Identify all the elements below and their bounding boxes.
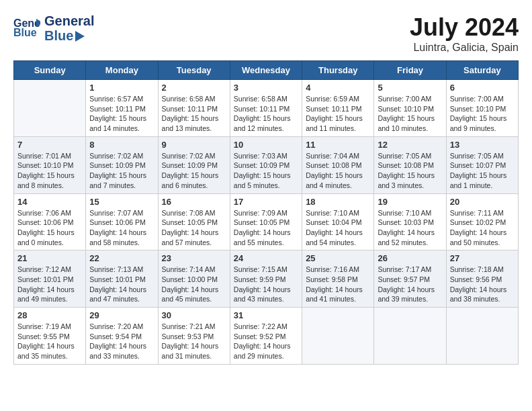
day-number: 30	[162, 310, 226, 320]
calendar-cell: 16Sunrise: 7:08 AMSunset: 10:05 PMDaylig…	[158, 193, 230, 250]
weekday-header-row: SundayMondayTuesdayWednesdayThursdayFrid…	[14, 61, 519, 80]
day-info: Sunrise: 7:05 AMSunset: 10:07 PMDaylight…	[450, 151, 515, 191]
day-number: 6	[450, 83, 515, 93]
day-info: Sunrise: 7:05 AMSunset: 10:08 PMDaylight…	[378, 151, 442, 191]
day-info: Sunrise: 7:17 AMSunset: 9:57 PMDaylight:…	[378, 265, 442, 304]
calendar-cell: 7Sunrise: 7:01 AMSunset: 10:10 PMDayligh…	[14, 136, 86, 193]
day-info: Sunrise: 7:01 AMSunset: 10:10 PMDaylight…	[17, 151, 82, 191]
day-number: 3	[234, 83, 298, 93]
day-info: Sunrise: 7:06 AMSunset: 10:06 PMDaylight…	[17, 208, 82, 248]
day-number: 26	[378, 253, 442, 263]
day-info: Sunrise: 7:13 AMSunset: 10:01 PMDaylight…	[89, 265, 154, 304]
day-number: 18	[306, 197, 370, 207]
day-number: 31	[234, 310, 298, 320]
day-info: Sunrise: 7:14 AMSunset: 10:00 PMDaylight…	[162, 265, 226, 304]
calendar-cell: 14Sunrise: 7:06 AMSunset: 10:06 PMDaylig…	[14, 193, 86, 250]
day-number: 7	[17, 140, 82, 150]
month-title: July 2024	[410, 13, 519, 42]
calendar-cell: 28Sunrise: 7:19 AMSunset: 9:55 PMDayligh…	[14, 308, 86, 365]
calendar-cell: 15Sunrise: 7:07 AMSunset: 10:06 PMDaylig…	[86, 193, 158, 250]
title-block: July 2024 Luintra, Galicia, Spain	[410, 13, 519, 54]
day-number: 29	[89, 310, 154, 320]
calendar-cell: 23Sunrise: 7:14 AMSunset: 10:00 PMDaylig…	[158, 250, 230, 308]
day-info: Sunrise: 6:57 AMSunset: 10:11 PMDaylight…	[89, 94, 154, 134]
day-number: 10	[234, 140, 298, 150]
day-number: 20	[450, 197, 515, 207]
calendar-cell: 27Sunrise: 7:18 AMSunset: 9:56 PMDayligh…	[446, 250, 518, 308]
calendar-cell: 4Sunrise: 6:59 AMSunset: 10:11 PMDayligh…	[302, 80, 374, 137]
day-number: 12	[378, 140, 442, 150]
day-info: Sunrise: 6:58 AMSunset: 10:11 PMDaylight…	[234, 94, 298, 134]
day-number: 9	[162, 140, 226, 150]
calendar-cell: 1Sunrise: 6:57 AMSunset: 10:11 PMDayligh…	[86, 80, 158, 137]
day-info: Sunrise: 7:18 AMSunset: 9:56 PMDaylight:…	[450, 265, 515, 304]
calendar-cell: 2Sunrise: 6:58 AMSunset: 10:11 PMDayligh…	[158, 80, 230, 137]
logo-svg: General Blue	[13, 15, 40, 39]
day-number: 16	[162, 197, 226, 207]
week-row-4: 21Sunrise: 7:12 AMSunset: 10:01 PMDaylig…	[14, 250, 519, 308]
weekday-header-monday: Monday	[86, 61, 158, 80]
weekday-header-sunday: Sunday	[14, 61, 86, 80]
day-number: 24	[234, 253, 298, 263]
day-info: Sunrise: 7:22 AMSunset: 9:52 PMDaylight:…	[234, 322, 298, 361]
day-info: Sunrise: 7:19 AMSunset: 9:55 PMDaylight:…	[17, 322, 82, 361]
day-number: 1	[89, 83, 154, 93]
weekday-header-wednesday: Wednesday	[230, 61, 302, 80]
week-row-3: 14Sunrise: 7:06 AMSunset: 10:06 PMDaylig…	[14, 193, 519, 250]
day-info: Sunrise: 6:59 AMSunset: 10:11 PMDaylight…	[306, 94, 370, 134]
day-info: Sunrise: 7:02 AMSunset: 10:09 PMDaylight…	[89, 151, 154, 191]
svg-text:Blue: Blue	[13, 27, 37, 38]
day-info: Sunrise: 7:04 AMSunset: 10:08 PMDaylight…	[306, 151, 370, 191]
calendar-cell: 11Sunrise: 7:04 AMSunset: 10:08 PMDaylig…	[302, 136, 374, 193]
day-info: Sunrise: 7:00 AMSunset: 10:10 PMDaylight…	[450, 94, 515, 134]
calendar-cell	[302, 308, 374, 365]
logo-text-block: General Blue	[44, 13, 94, 43]
calendar-cell: 29Sunrise: 7:20 AMSunset: 9:54 PMDayligh…	[86, 308, 158, 365]
calendar-cell: 25Sunrise: 7:16 AMSunset: 9:58 PMDayligh…	[302, 250, 374, 308]
day-info: Sunrise: 7:12 AMSunset: 10:01 PMDaylight…	[17, 265, 82, 304]
day-info: Sunrise: 7:09 AMSunset: 10:05 PMDaylight…	[234, 208, 298, 248]
week-row-1: 1Sunrise: 6:57 AMSunset: 10:11 PMDayligh…	[14, 80, 519, 137]
calendar-cell	[14, 80, 86, 137]
header: General Blue General Blue July 2024 Luin…	[13, 13, 519, 54]
calendar-cell: 3Sunrise: 6:58 AMSunset: 10:11 PMDayligh…	[230, 80, 302, 137]
day-number: 4	[306, 83, 370, 93]
day-info: Sunrise: 7:16 AMSunset: 9:58 PMDaylight:…	[306, 265, 370, 304]
calendar-cell: 22Sunrise: 7:13 AMSunset: 10:01 PMDaylig…	[86, 250, 158, 308]
week-row-2: 7Sunrise: 7:01 AMSunset: 10:10 PMDayligh…	[14, 136, 519, 193]
calendar-cell: 17Sunrise: 7:09 AMSunset: 10:05 PMDaylig…	[230, 193, 302, 250]
day-number: 27	[450, 253, 515, 263]
day-number: 23	[162, 253, 226, 263]
calendar-cell: 9Sunrise: 7:02 AMSunset: 10:09 PMDayligh…	[158, 136, 230, 193]
day-info: Sunrise: 7:03 AMSunset: 10:09 PMDaylight…	[234, 151, 298, 191]
page-container: General Blue General Blue July 2024 Luin…	[13, 13, 519, 365]
calendar-cell: 24Sunrise: 7:15 AMSunset: 9:59 PMDayligh…	[230, 250, 302, 308]
day-info: Sunrise: 7:02 AMSunset: 10:09 PMDaylight…	[162, 151, 226, 191]
calendar-cell: 20Sunrise: 7:11 AMSunset: 10:02 PMDaylig…	[446, 193, 518, 250]
logo: General Blue	[13, 13, 44, 42]
day-number: 5	[378, 83, 442, 93]
day-info: Sunrise: 7:11 AMSunset: 10:02 PMDaylight…	[450, 208, 515, 248]
calendar-cell: 19Sunrise: 7:10 AMSunset: 10:03 PMDaylig…	[374, 193, 446, 250]
day-number: 19	[378, 197, 442, 207]
calendar-cell: 6Sunrise: 7:00 AMSunset: 10:10 PMDayligh…	[446, 80, 518, 137]
day-number: 28	[17, 310, 82, 320]
calendar-cell: 8Sunrise: 7:02 AMSunset: 10:09 PMDayligh…	[86, 136, 158, 193]
location: Luintra, Galicia, Spain	[410, 42, 519, 54]
calendar-cell: 12Sunrise: 7:05 AMSunset: 10:08 PMDaylig…	[374, 136, 446, 193]
calendar-cell: 31Sunrise: 7:22 AMSunset: 9:52 PMDayligh…	[230, 308, 302, 365]
weekday-header-friday: Friday	[374, 61, 446, 80]
logo-arrow-icon	[75, 31, 85, 42]
logo-blue: Blue	[44, 28, 73, 43]
calendar-cell: 5Sunrise: 7:00 AMSunset: 10:10 PMDayligh…	[374, 80, 446, 137]
day-number: 13	[450, 140, 515, 150]
calendar-cell: 13Sunrise: 7:05 AMSunset: 10:07 PMDaylig…	[446, 136, 518, 193]
calendar-cell: 10Sunrise: 7:03 AMSunset: 10:09 PMDaylig…	[230, 136, 302, 193]
day-number: 25	[306, 253, 370, 263]
calendar-cell	[446, 308, 518, 365]
day-info: Sunrise: 7:15 AMSunset: 9:59 PMDaylight:…	[234, 265, 298, 304]
day-number: 11	[306, 140, 370, 150]
weekday-header-thursday: Thursday	[302, 61, 374, 80]
day-number: 22	[89, 253, 154, 263]
calendar-cell: 21Sunrise: 7:12 AMSunset: 10:01 PMDaylig…	[14, 250, 86, 308]
